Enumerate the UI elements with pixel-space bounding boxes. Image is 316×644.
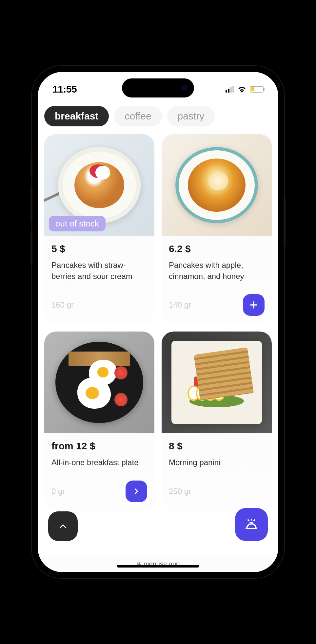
cellular-signal-icon: [226, 86, 234, 93]
main-content: breakfast coffee pastry out of stock: [38, 101, 278, 556]
out-of-stock-badge: out of stock: [49, 216, 106, 231]
menu-card-title: All-in-one breakfast plate: [51, 457, 147, 468]
svg-line-3: [248, 520, 249, 521]
menu-card-price: 8 $: [169, 440, 265, 452]
tab-pastry[interactable]: pastry: [167, 106, 215, 126]
tab-coffee[interactable]: coffee: [114, 106, 162, 126]
menu-card[interactable]: out of stock 5 $ Pancakes with straw­ber…: [44, 134, 154, 324]
menu-card-price: 6.2 $: [169, 243, 265, 254]
volume-down-button: [30, 230, 32, 263]
wifi-icon: [237, 86, 247, 93]
menu-card-image: [44, 332, 154, 433]
menu-card-price: 5 $: [51, 243, 147, 254]
screen: 11:55 breakfast coffee pastry: [38, 72, 278, 572]
add-to-cart-button[interactable]: [243, 294, 265, 316]
menu-card-weight: 0 gr: [51, 487, 65, 496]
chevron-up-icon: [58, 521, 68, 531]
menu-card-title: Morning panini: [169, 457, 265, 468]
chevron-right-icon: [132, 487, 141, 496]
menu-card-price: from 12 $: [51, 440, 147, 452]
menu-card-weight: 250 gr: [169, 487, 191, 496]
menu-card[interactable]: from 12 $ All-in-one breakfast plate 0 g…: [44, 332, 154, 511]
plus-icon: [248, 300, 259, 310]
menu-card-image: [162, 134, 272, 236]
status-icons: [226, 86, 264, 93]
tab-breakfast[interactable]: breakfast: [44, 106, 109, 126]
category-tabs: breakfast coffee pastry: [44, 101, 272, 134]
menu-card-weight: 140 gr: [169, 300, 191, 310]
menu-card[interactable]: 8 $ Morning panini 250 gr: [162, 332, 272, 511]
battery-icon: [250, 86, 264, 93]
svg-line-4: [254, 520, 255, 521]
front-camera: [181, 84, 188, 92]
menu-card-title: Pancakes with apple, cinnamon, and honey: [169, 260, 265, 282]
volume-up-button: [30, 187, 32, 220]
phone-frame: 11:55 breakfast coffee pastry: [32, 66, 284, 578]
scroll-to-top-button[interactable]: [48, 511, 78, 541]
power-button: [284, 197, 286, 247]
home-indicator[interactable]: [117, 565, 199, 568]
browser-address-bar[interactable]: menusa.app: [38, 556, 278, 572]
menu-grid: out of stock 5 $ Pancakes with straw­ber…: [44, 134, 272, 511]
status-time: 11:55: [52, 84, 77, 95]
service-bell-icon: [244, 517, 259, 532]
menu-card-weight: 160 gr: [51, 300, 74, 310]
menu-card-image: [162, 332, 272, 433]
menu-card-image: out of stock: [44, 134, 154, 236]
dynamic-island: [122, 78, 194, 97]
menu-card-title: Pancakes with straw­berries and sour cre…: [51, 260, 147, 282]
side-button: [30, 158, 32, 178]
view-details-button[interactable]: [126, 481, 147, 502]
menu-card[interactable]: 6.2 $ Pancakes with apple, cinnamon, and…: [162, 134, 272, 324]
call-waiter-button[interactable]: [235, 508, 268, 541]
